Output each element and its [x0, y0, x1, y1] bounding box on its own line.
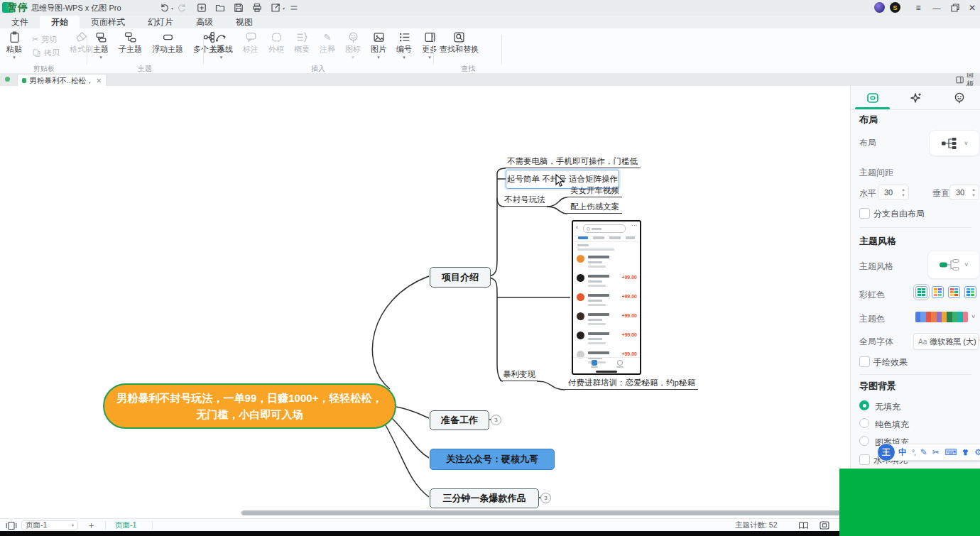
floating-topic-button[interactable]: 浮动主题	[150, 31, 185, 54]
ime-keyboard-icon[interactable]: ⌨	[944, 447, 957, 457]
rainbow-swatch-4[interactable]	[964, 286, 976, 298]
menu-home[interactable]: 开始	[40, 16, 80, 28]
menu-slides[interactable]: 幻灯片	[136, 16, 185, 28]
panel-toggle-button[interactable]: 面板	[956, 73, 980, 86]
ime-toolbar[interactable]: 王 中 °, ✎ ✂ ⌨ ⚙	[879, 444, 980, 461]
global-font-dropdown[interactable]: Aa 微软雅黑 (大) ˅	[913, 333, 979, 350]
more-insert-button[interactable]: 更多 ▾	[420, 31, 440, 59]
numbering-button[interactable]: 编号 ▾	[394, 31, 414, 59]
undo-button[interactable]	[159, 2, 170, 13]
add-page-button[interactable]: ＋	[87, 519, 96, 532]
ime-mode-chinese[interactable]: 中	[898, 447, 907, 459]
s-app-badge[interactable]: S	[890, 2, 900, 13]
new-file-button[interactable]	[196, 2, 207, 13]
rainbow-swatch-2[interactable]	[932, 286, 944, 298]
central-topic-node[interactable]: 男粉暴利不封号玩法，一单99，日赚1000+，轻轻松松，无门槛，小白即可入场	[103, 383, 396, 429]
user-avatar[interactable]	[874, 2, 885, 13]
doc-tab-close-icon[interactable]: ✕	[96, 77, 102, 84]
window-menu-button[interactable]: ≡	[909, 0, 927, 16]
swatch-cell	[967, 288, 970, 290]
horizontal-spacing-stepper[interactable]: 30 ▲▼	[878, 185, 909, 200]
tab-topic-format[interactable]	[851, 86, 894, 109]
stepper-arrows-icon[interactable]: ▲▼	[971, 187, 976, 198]
topic-node-burst-work[interactable]: 三分钟一条爆款作品	[430, 488, 539, 508]
ime-settings-icon[interactable]: ⚙	[974, 447, 980, 457]
boundary-button[interactable]: 外框	[266, 31, 286, 54]
redo-button[interactable]	[176, 2, 187, 13]
mindmap-canvas[interactable]: 男粉暴利不封号玩法，一单99，日赚1000+，轻轻松松，无门槛，小白即可入场 项…	[0, 86, 850, 518]
subtopic-profit[interactable]: 暴利变现	[500, 369, 538, 381]
quick-access-more-button[interactable]	[288, 2, 300, 13]
menu-advanced[interactable]: 高级	[185, 16, 224, 28]
payment-records-image[interactable]: ‹ ⋯ +99.00 +99.00 +9	[572, 220, 641, 375]
subtopic-button[interactable]: 子主题	[116, 31, 144, 54]
undo-caret-icon[interactable]: ▾	[171, 6, 173, 11]
menu-view[interactable]: 视图	[224, 16, 264, 28]
subtopic-no-ban-play[interactable]: 不封号玩法	[501, 195, 548, 207]
relation-line-button[interactable]: 关系线 ▾	[207, 31, 235, 59]
page-tab-active[interactable]: 页面-1	[115, 519, 136, 532]
back-chevron-icon: ‹	[576, 224, 578, 231]
page-select-dropdown[interactable]: 页面-1 ▾	[21, 520, 78, 530]
open-file-button[interactable]	[214, 2, 226, 13]
collapsed-count-badge[interactable]: 3	[540, 493, 551, 503]
subtopic-no-pc-needed[interactable]: 不需要电脑，手机即可操作，门槛低	[504, 156, 641, 168]
close-window-button[interactable]: ✕	[963, 0, 980, 16]
copy-button[interactable]: 拷贝	[30, 48, 62, 58]
vertical-spacing-stepper[interactable]: 30 ▲▼	[949, 185, 979, 200]
ime-logo[interactable]: 王	[877, 443, 895, 461]
topic-node-official-account[interactable]: 关注公众号：硬核九哥	[430, 449, 555, 470]
document-tab[interactable]: 男粉暴利不..松松，无门 ✕	[17, 74, 107, 87]
topic-node-preparation[interactable]: 准备工作	[430, 410, 489, 430]
icon-marker-button[interactable]: 图标 ▾	[343, 31, 363, 59]
save-button[interactable]	[233, 2, 244, 13]
print-button[interactable]	[251, 2, 263, 13]
recorder-pause-overlay: 暂停	[7, 1, 28, 14]
subtopic-sad-copy[interactable]: 配上伤感文案	[567, 202, 622, 214]
rainbow-swatch-3[interactable]	[948, 286, 960, 298]
menu-file[interactable]: 文件	[0, 16, 40, 28]
outline-view-button[interactable]	[798, 519, 809, 532]
free-layout-checkbox[interactable]	[859, 208, 870, 219]
menu-page-style[interactable]: 页面样式	[80, 16, 136, 28]
picture-button[interactable]: 图片 ▾	[369, 31, 388, 59]
stepper-arrows-icon[interactable]: ▲▼	[901, 187, 905, 198]
subtopic-beauty-video[interactable]: 美女开车视频	[567, 185, 622, 197]
tab-stickers[interactable]	[937, 86, 980, 109]
theme-color-bar-dropdown[interactable]	[915, 312, 968, 322]
minimize-button[interactable]: —	[927, 0, 946, 16]
tab-ai-effects[interactable]	[894, 86, 937, 109]
ime-punctuation-icon[interactable]: °,	[912, 449, 915, 456]
topic-button[interactable]: 主题 ▾	[91, 31, 111, 59]
hand-drawn-checkbox[interactable]	[859, 356, 870, 367]
summary-button[interactable]: 概要	[292, 31, 312, 54]
callout-button[interactable]: 标注	[241, 31, 261, 54]
layout-dropdown[interactable]: ˅	[929, 130, 980, 156]
swatch-cell	[934, 294, 937, 296]
chevron-down-icon[interactable]: ˅	[971, 313, 975, 320]
topic-node-project-intro[interactable]: 项目介绍	[430, 267, 491, 288]
fit-view-button[interactable]	[820, 519, 829, 532]
solid-fill-radio[interactable]	[859, 418, 869, 428]
find-replace-button[interactable]: 查找和替换	[437, 31, 481, 54]
slideshow-button[interactable]	[6, 519, 17, 532]
paste-button[interactable]: 粘贴 ▾	[4, 31, 24, 59]
share-button[interactable]	[270, 2, 281, 13]
cut-button[interactable]: ✂ 剪切	[30, 34, 62, 45]
ime-skin-icon[interactable]	[962, 448, 969, 456]
solid-fill-label: 纯色填充	[875, 419, 909, 431]
share-caret-icon[interactable]: ▾	[283, 6, 285, 11]
comment-button[interactable]: ✎ 注释	[317, 31, 337, 54]
ime-cut-icon[interactable]: ✂	[932, 447, 940, 457]
subtopic-paid-group[interactable]: 付费进群培训：恋爱秘籍，约p秘籍	[565, 378, 698, 390]
ime-handwriting-icon[interactable]: ✎	[920, 447, 927, 457]
rainbow-swatch-1[interactable]	[915, 286, 927, 298]
restore-button[interactable]	[946, 0, 964, 16]
watermark-fill-checkbox[interactable]	[859, 454, 870, 465]
horizontal-scrollbar[interactable]	[241, 510, 849, 515]
theme-style-dropdown[interactable]: ˅	[927, 251, 980, 279]
no-fill-radio[interactable]	[859, 400, 869, 410]
collapsed-count-badge[interactable]: 3	[491, 415, 501, 425]
home-doc-icon[interactable]	[5, 77, 10, 82]
pattern-fill-radio[interactable]	[859, 436, 869, 446]
